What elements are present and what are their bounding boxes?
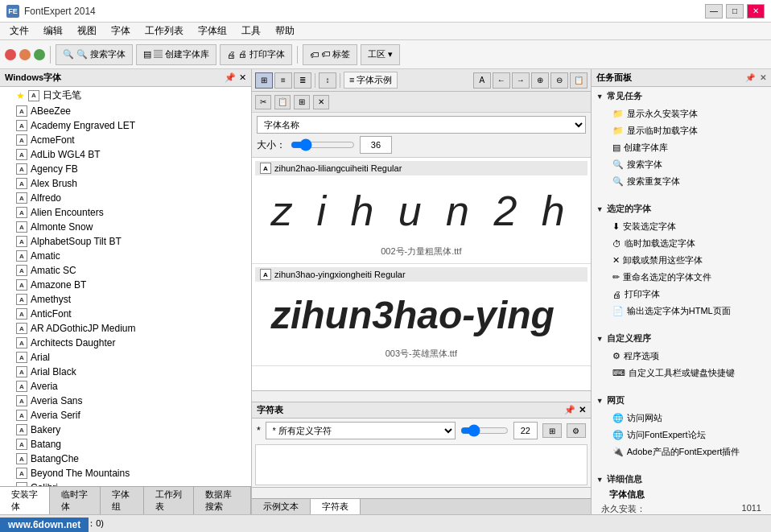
task-visit-forum[interactable]: 🌐 访问FontExpert论坛 bbox=[596, 427, 766, 443]
list-item[interactable]: A Amethyst bbox=[0, 292, 251, 307]
font-name-select[interactable]: 字体名称 bbox=[257, 116, 586, 134]
list-item[interactable]: A Arial bbox=[0, 350, 251, 365]
char-size-slider[interactable] bbox=[460, 424, 509, 437]
list-item[interactable]: A BatangChe bbox=[0, 452, 251, 466]
menu-view[interactable]: 视图 bbox=[71, 23, 103, 39]
list-item[interactable]: A Alex Brush bbox=[0, 176, 251, 191]
preview-large-A-btn[interactable]: A bbox=[473, 72, 491, 89]
create-library-button[interactable]: ▤ ▤ 创建字体库 bbox=[136, 44, 216, 65]
task-uninstall[interactable]: ✕ 卸载或禁用这些字体 bbox=[596, 252, 766, 269]
cut-button[interactable]: ✂ bbox=[255, 95, 271, 109]
sort-btn[interactable]: ↕ bbox=[319, 72, 336, 89]
copy-button[interactable]: 📋 bbox=[274, 95, 291, 109]
char-h-scrollbar[interactable] bbox=[252, 487, 591, 498]
list-item[interactable]: A Amatic SC bbox=[0, 263, 251, 278]
list-item[interactable]: A Almonte Snow bbox=[0, 220, 251, 234]
char-grid-toggle-btn[interactable]: ⊞ bbox=[542, 423, 562, 438]
close-panel-icon[interactable]: ✕ bbox=[239, 72, 246, 83]
right-panel-pin-icon[interactable]: 📌 bbox=[745, 73, 755, 82]
task-custom-toolbar[interactable]: ⌨ 自定义工具栏或键盘快捷键 bbox=[596, 365, 766, 381]
task-visit-site[interactable]: 🌐 访问网站 bbox=[596, 410, 766, 427]
list-item[interactable]: A Alien Encounters bbox=[0, 205, 251, 220]
tab-worklist[interactable]: 工作列表 bbox=[144, 487, 194, 514]
maximize-button[interactable]: □ bbox=[726, 4, 744, 19]
workspace-button[interactable]: 工区 ▾ bbox=[361, 44, 400, 65]
menu-help[interactable]: 帮助 bbox=[269, 23, 301, 39]
tab-db-search[interactable]: 数据库搜索 bbox=[194, 487, 251, 514]
menu-file[interactable]: 文件 bbox=[3, 23, 35, 39]
menu-edit[interactable]: 编辑 bbox=[37, 23, 69, 39]
list-item[interactable]: A Architects Daughter bbox=[0, 336, 251, 350]
selected-font-title[interactable]: 选定的字体 bbox=[596, 203, 766, 215]
task-print[interactable]: 🖨 打印字体 bbox=[596, 286, 766, 303]
preview-next-btn[interactable]: → bbox=[512, 72, 530, 89]
preview-zoom-in-btn[interactable]: ⊕ bbox=[531, 72, 549, 89]
web-title[interactable]: 网页 bbox=[596, 394, 766, 406]
list-item[interactable]: A Averia Serif bbox=[0, 408, 251, 423]
char-panel-pin-icon[interactable]: 📌 bbox=[564, 405, 575, 415]
tab-temp-fonts[interactable]: 临时字体 bbox=[50, 487, 100, 514]
list-item[interactable]: A Averia Sans bbox=[0, 394, 251, 408]
tab-char-table[interactable]: 字符表 bbox=[311, 499, 361, 514]
custom-program-title[interactable]: 自定义程序 bbox=[596, 332, 766, 344]
view-mode-grid-btn[interactable]: ⊞ bbox=[255, 72, 273, 89]
tags-button[interactable]: 🏷 🏷 标签 bbox=[303, 44, 357, 65]
view-mode-detail-btn[interactable]: ≣ bbox=[294, 72, 311, 89]
list-item[interactable]: A ABeeZee bbox=[0, 104, 251, 118]
menu-tools[interactable]: 工具 bbox=[235, 23, 267, 39]
task-search-dup[interactable]: 🔍 搜索重复字体 bbox=[596, 173, 766, 190]
tab-sample-text[interactable]: 示例文本 bbox=[252, 499, 311, 514]
tab-installed-fonts[interactable]: 安装字体 bbox=[0, 487, 50, 514]
list-item[interactable]: A Calibri bbox=[0, 480, 251, 486]
task-load-temp[interactable]: ⏱ 临时加载选定字体 bbox=[596, 235, 766, 252]
menu-font[interactable]: 字体 bbox=[105, 23, 137, 39]
char-type-select[interactable]: * 所有定义字符 bbox=[266, 422, 456, 439]
list-item[interactable]: A Batang bbox=[0, 437, 251, 452]
minimize-button[interactable]: — bbox=[705, 4, 723, 19]
char-size-input[interactable] bbox=[513, 422, 538, 439]
print-font-button[interactable]: 🖨 🖨 打印字体 bbox=[220, 44, 292, 65]
task-search-font[interactable]: 🔍 搜索字体 bbox=[596, 156, 766, 173]
close-button[interactable]: ✕ bbox=[747, 4, 765, 19]
task-export-html[interactable]: 📄 输出选定字体为HTML页面 bbox=[596, 303, 766, 320]
preview-prev-btn[interactable]: ← bbox=[493, 72, 510, 89]
preview-zoom-out-btn[interactable]: ⊖ bbox=[550, 72, 568, 89]
font-size-input[interactable] bbox=[360, 136, 392, 154]
list-item[interactable]: A Agency FB bbox=[0, 162, 251, 176]
right-panel-close-icon[interactable]: ✕ bbox=[760, 73, 766, 82]
paste-button[interactable]: ⊞ bbox=[294, 95, 310, 109]
list-item[interactable]: A Beyond The Mountains bbox=[0, 466, 251, 480]
list-item[interactable]: A AdLib WGL4 BT bbox=[0, 147, 251, 162]
list-item[interactable]: A Averia bbox=[0, 379, 251, 394]
list-item[interactable]: A AcmeFont bbox=[0, 133, 251, 147]
task-show-temp[interactable]: 📁 显示临时加载字体 bbox=[596, 122, 766, 139]
search-font-button[interactable]: 🔍 🔍 搜索字体 bbox=[56, 44, 133, 65]
list-item[interactable]: A AnticFont bbox=[0, 307, 251, 321]
list-item[interactable]: A Arial Black bbox=[0, 365, 251, 379]
pin-icon[interactable]: 📌 bbox=[225, 72, 236, 83]
list-item[interactable]: A AlphabetSoup Tilt BT bbox=[0, 234, 251, 249]
list-item[interactable]: A Amazone BT bbox=[0, 278, 251, 292]
char-settings-btn[interactable]: ⚙ bbox=[567, 423, 586, 438]
preview-h-scrollbar[interactable] bbox=[252, 390, 591, 402]
char-panel-close-icon[interactable]: ✕ bbox=[579, 405, 586, 415]
list-item[interactable]: A Alfredo bbox=[0, 191, 251, 205]
menu-worklist[interactable]: 工作列表 bbox=[138, 23, 190, 39]
common-tasks-title[interactable]: 常见任务 bbox=[596, 90, 766, 102]
view-mode-list-btn[interactable]: ≡ bbox=[274, 72, 292, 89]
list-item[interactable]: A Amatic bbox=[0, 249, 251, 263]
task-show-installed[interactable]: 📁 显示永久安装字体 bbox=[596, 105, 766, 122]
tab-font-group[interactable]: 字体组 bbox=[101, 487, 144, 514]
task-program-options[interactable]: ⚙ 程序选项 bbox=[596, 348, 766, 365]
preview-copy-btn[interactable]: 📋 bbox=[570, 72, 588, 89]
menu-fontgroup[interactable]: 字体组 bbox=[192, 23, 233, 39]
font-item-starred[interactable]: ★ A 日文毛笔 bbox=[0, 87, 251, 104]
task-create-lib[interactable]: ▤ 创建字体库 bbox=[596, 139, 766, 156]
delete-button[interactable]: ✕ bbox=[313, 95, 329, 109]
list-item[interactable]: A Bakery bbox=[0, 423, 251, 437]
task-rename[interactable]: ✏ 重命名选定的字体文件 bbox=[596, 269, 766, 286]
list-item[interactable]: A Academy Engraved LET bbox=[0, 118, 251, 133]
task-install-selected[interactable]: ⬇ 安装选定字体 bbox=[596, 218, 766, 235]
font-size-slider[interactable] bbox=[291, 138, 355, 151]
task-adobe-plugin[interactable]: 🔌 Adobe产品的FontExpert插件 bbox=[596, 443, 766, 460]
